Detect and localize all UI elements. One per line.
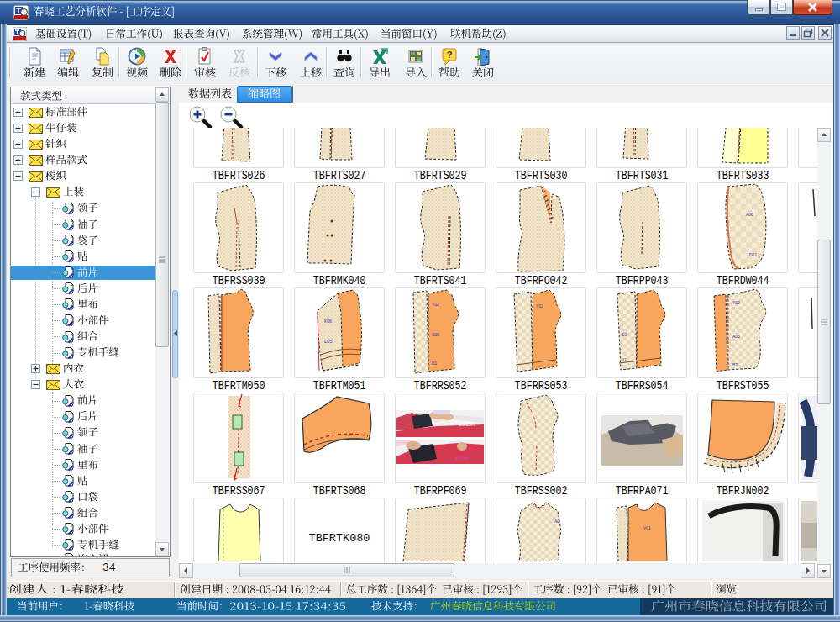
svg-text:K08: K08 [324,319,332,324]
svg-text:D01: D01 [749,252,757,257]
svg-text:S09: S09 [432,332,439,337]
svg-text:W.Ltd: W.Ltd [455,456,468,461]
svg-text:TBFRTK080: TBFRTK080 [309,532,370,545]
svg-text:Y02: Y02 [432,302,439,307]
svg-text:Y1: Y1 [622,357,627,362]
svg-text:A06: A06 [746,212,753,217]
svg-text:A05: A05 [732,334,740,339]
svg-text:B1: B1 [432,361,437,366]
svg-text:B2: B2 [732,362,738,367]
svg-text:E015R: E015R [459,421,475,427]
svg-text:?: ? [447,50,453,60]
svg-text:Y02: Y02 [732,300,740,305]
svg-text:Y03: Y03 [536,303,543,308]
svg-text:S0: S0 [622,332,627,337]
svg-text:A0: A0 [554,519,559,524]
svg-text:V01: V01 [643,525,651,530]
svg-text:D05: D05 [324,339,332,344]
